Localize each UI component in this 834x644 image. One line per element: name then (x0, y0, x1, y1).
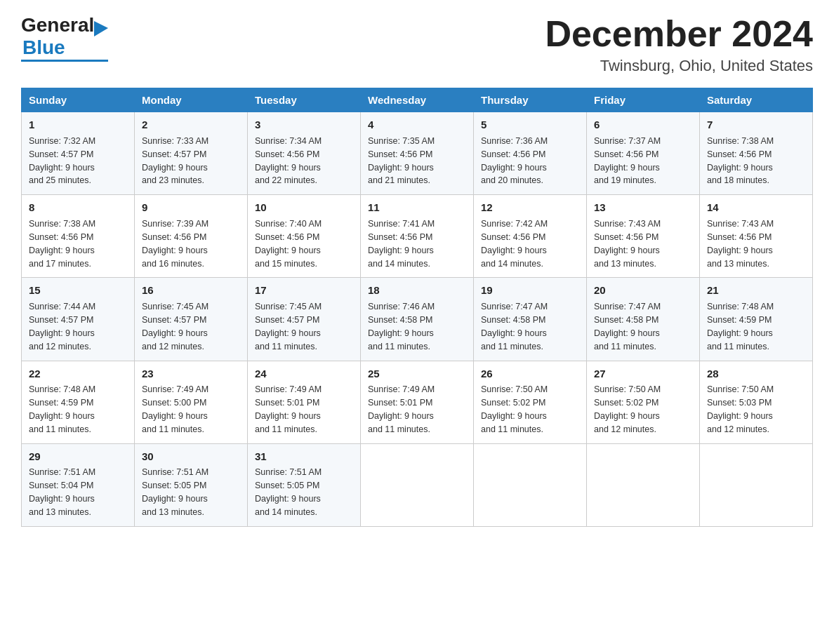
header-sunday: Sunday (22, 88, 135, 112)
day-cell: 30 Sunrise: 7:51 AMSunset: 5:05 PMDaylig… (135, 443, 248, 526)
day-number: 12 (481, 200, 579, 215)
day-info: Sunrise: 7:32 AMSunset: 4:57 PMDaylight:… (29, 136, 95, 186)
location-title: Twinsburg, Ohio, United States (545, 57, 813, 75)
header-wednesday: Wednesday (361, 88, 474, 112)
day-cell: 13 Sunrise: 7:43 AMSunset: 4:56 PMDaylig… (587, 195, 700, 278)
day-info: Sunrise: 7:43 AMSunset: 4:56 PMDaylight:… (594, 219, 661, 269)
header-monday: Monday (135, 88, 248, 112)
day-cell (587, 443, 700, 526)
day-number: 9 (142, 200, 240, 215)
week-row-3: 15 Sunrise: 7:44 AMSunset: 4:57 PMDaylig… (22, 278, 813, 361)
day-cell: 9 Sunrise: 7:39 AMSunset: 4:56 PMDayligh… (135, 195, 248, 278)
day-cell: 14 Sunrise: 7:43 AMSunset: 4:56 PMDaylig… (700, 195, 813, 278)
day-number: 29 (29, 449, 127, 464)
day-number: 28 (707, 366, 805, 382)
day-info: Sunrise: 7:43 AMSunset: 4:56 PMDaylight:… (707, 219, 774, 269)
day-cell (361, 443, 474, 526)
day-number: 8 (29, 200, 127, 215)
day-number: 6 (594, 117, 692, 133)
day-info: Sunrise: 7:35 AMSunset: 4:56 PMDaylight:… (368, 136, 435, 186)
day-cell: 15 Sunrise: 7:44 AMSunset: 4:57 PMDaylig… (22, 278, 135, 361)
day-cell: 6 Sunrise: 7:37 AMSunset: 4:56 PMDayligh… (587, 112, 700, 195)
page-header: General Blue December 2024 Twinsburg, Oh… (21, 14, 813, 75)
day-number: 3 (255, 117, 353, 133)
day-number: 2 (142, 117, 240, 133)
day-number: 31 (255, 449, 353, 464)
day-info: Sunrise: 7:38 AMSunset: 4:56 PMDaylight:… (29, 219, 95, 269)
day-info: Sunrise: 7:47 AMSunset: 4:58 PMDaylight:… (594, 302, 661, 351)
day-cell (474, 443, 587, 526)
day-number: 22 (29, 366, 127, 382)
day-number: 21 (707, 283, 805, 298)
day-cell (700, 443, 813, 526)
day-cell: 2 Sunrise: 7:33 AMSunset: 4:57 PMDayligh… (135, 112, 248, 195)
day-info: Sunrise: 7:34 AMSunset: 4:56 PMDaylight:… (255, 136, 322, 186)
day-cell: 12 Sunrise: 7:42 AMSunset: 4:56 PMDaylig… (474, 195, 587, 278)
day-info: Sunrise: 7:49 AMSunset: 5:01 PMDaylight:… (255, 384, 322, 434)
month-title: December 2024 (545, 14, 813, 54)
day-cell: 16 Sunrise: 7:45 AMSunset: 4:57 PMDaylig… (135, 278, 248, 361)
day-info: Sunrise: 7:46 AMSunset: 4:58 PMDaylight:… (368, 302, 435, 351)
day-cell: 25 Sunrise: 7:49 AMSunset: 5:01 PMDaylig… (361, 361, 474, 443)
day-number: 1 (29, 117, 127, 133)
day-cell: 7 Sunrise: 7:38 AMSunset: 4:56 PMDayligh… (700, 112, 813, 195)
day-info: Sunrise: 7:50 AMSunset: 5:02 PMDaylight:… (481, 384, 548, 434)
day-number: 20 (594, 283, 692, 298)
day-cell: 22 Sunrise: 7:48 AMSunset: 4:59 PMDaylig… (22, 361, 135, 443)
day-info: Sunrise: 7:51 AMSunset: 5:04 PMDaylight:… (29, 467, 95, 517)
day-number: 26 (481, 366, 579, 382)
day-info: Sunrise: 7:45 AMSunset: 4:57 PMDaylight:… (255, 302, 322, 351)
day-info: Sunrise: 7:51 AMSunset: 5:05 PMDaylight:… (142, 467, 208, 517)
title-block: December 2024 Twinsburg, Ohio, United St… (545, 14, 813, 75)
header-friday: Friday (587, 88, 700, 112)
day-info: Sunrise: 7:48 AMSunset: 4:59 PMDaylight:… (707, 302, 774, 351)
day-cell: 11 Sunrise: 7:41 AMSunset: 4:56 PMDaylig… (361, 195, 474, 278)
day-cell: 4 Sunrise: 7:35 AMSunset: 4:56 PMDayligh… (361, 112, 474, 195)
day-number: 10 (255, 200, 353, 215)
day-number: 16 (142, 283, 240, 298)
day-number: 13 (594, 200, 692, 215)
day-info: Sunrise: 7:51 AMSunset: 5:05 PMDaylight:… (255, 467, 322, 517)
svg-marker-0 (94, 21, 108, 36)
day-cell: 26 Sunrise: 7:50 AMSunset: 5:02 PMDaylig… (474, 361, 587, 443)
day-cell: 23 Sunrise: 7:49 AMSunset: 5:00 PMDaylig… (135, 361, 248, 443)
day-info: Sunrise: 7:40 AMSunset: 4:56 PMDaylight:… (255, 219, 322, 269)
day-number: 7 (707, 117, 805, 133)
day-info: Sunrise: 7:42 AMSunset: 4:56 PMDaylight:… (481, 219, 548, 269)
day-cell: 27 Sunrise: 7:50 AMSunset: 5:02 PMDaylig… (587, 361, 700, 443)
calendar-header-row: SundayMondayTuesdayWednesdayThursdayFrid… (22, 88, 813, 112)
day-number: 14 (707, 200, 805, 215)
day-info: Sunrise: 7:44 AMSunset: 4:57 PMDaylight:… (29, 302, 95, 351)
day-number: 23 (142, 366, 240, 382)
day-number: 18 (368, 283, 466, 298)
day-info: Sunrise: 7:38 AMSunset: 4:56 PMDaylight:… (707, 136, 774, 186)
day-info: Sunrise: 7:49 AMSunset: 5:00 PMDaylight:… (142, 384, 208, 434)
day-cell: 8 Sunrise: 7:38 AMSunset: 4:56 PMDayligh… (22, 195, 135, 278)
day-info: Sunrise: 7:41 AMSunset: 4:56 PMDaylight:… (368, 219, 435, 269)
day-number: 17 (255, 283, 353, 298)
day-cell: 5 Sunrise: 7:36 AMSunset: 4:56 PMDayligh… (474, 112, 587, 195)
day-cell: 10 Sunrise: 7:40 AMSunset: 4:56 PMDaylig… (248, 195, 361, 278)
logo-triangle-icon (94, 21, 108, 36)
day-info: Sunrise: 7:49 AMSunset: 5:01 PMDaylight:… (368, 384, 435, 434)
header-thursday: Thursday (474, 88, 587, 112)
day-cell: 29 Sunrise: 7:51 AMSunset: 5:04 PMDaylig… (22, 443, 135, 526)
day-info: Sunrise: 7:39 AMSunset: 4:56 PMDaylight:… (142, 219, 208, 269)
header-tuesday: Tuesday (248, 88, 361, 112)
day-cell: 1 Sunrise: 7:32 AMSunset: 4:57 PMDayligh… (22, 112, 135, 195)
week-row-5: 29 Sunrise: 7:51 AMSunset: 5:04 PMDaylig… (22, 443, 813, 526)
day-number: 30 (142, 449, 240, 464)
day-number: 25 (368, 366, 466, 382)
day-info: Sunrise: 7:47 AMSunset: 4:58 PMDaylight:… (481, 302, 548, 351)
day-info: Sunrise: 7:36 AMSunset: 4:56 PMDaylight:… (481, 136, 548, 186)
day-info: Sunrise: 7:50 AMSunset: 5:02 PMDaylight:… (594, 384, 661, 434)
day-info: Sunrise: 7:33 AMSunset: 4:57 PMDaylight:… (142, 136, 208, 186)
day-cell: 17 Sunrise: 7:45 AMSunset: 4:57 PMDaylig… (248, 278, 361, 361)
day-info: Sunrise: 7:37 AMSunset: 4:56 PMDaylight:… (594, 136, 661, 186)
day-cell: 3 Sunrise: 7:34 AMSunset: 4:56 PMDayligh… (248, 112, 361, 195)
day-cell: 28 Sunrise: 7:50 AMSunset: 5:03 PMDaylig… (700, 361, 813, 443)
logo: General Blue (21, 14, 108, 62)
logo-underline (21, 60, 108, 62)
calendar-table: SundayMondayTuesdayWednesdayThursdayFrid… (21, 88, 813, 527)
day-number: 11 (368, 200, 466, 215)
